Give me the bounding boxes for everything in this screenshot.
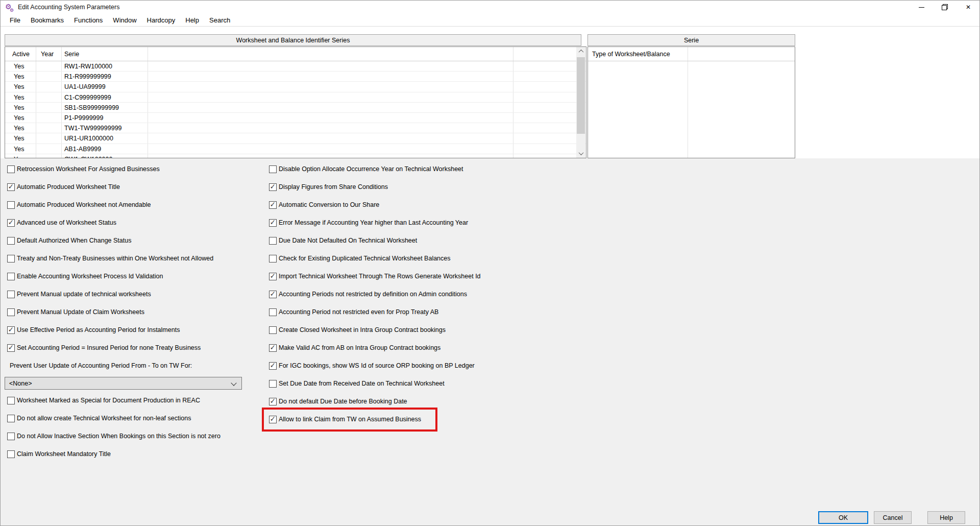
scroll-down-button[interactable] (576, 149, 585, 158)
checkbox-create-closed-worksheet-igc[interactable]: Create Closed Worksheet in Intra Group C… (269, 325, 446, 334)
checkbox-box[interactable] (269, 362, 277, 370)
column-header-active[interactable]: Active (12, 51, 30, 58)
checkbox-box[interactable] (269, 344, 277, 352)
checkbox-box[interactable] (7, 201, 15, 209)
checkbox-box[interactable] (269, 398, 277, 405)
column-header-serie[interactable]: Serie (64, 51, 79, 58)
checkbox-box[interactable] (269, 237, 277, 245)
checkbox-box[interactable] (7, 433, 15, 440)
table-row[interactable]: YesUA1-UA99999 (5, 82, 586, 92)
table-header-row: Type of Worksheet/Balance (588, 47, 795, 61)
menu-search[interactable]: Search (204, 15, 235, 26)
column-header-type-of-worksheet[interactable]: Type of Worksheet/Balance (592, 51, 670, 58)
table-row[interactable]: YesC1-C999999999 (5, 92, 586, 103)
dialog-body-background (1, 158, 979, 526)
cancel-button[interactable]: Cancel (874, 511, 912, 524)
checkbox-prevent-update-technical[interactable]: Prevent Manual update of technical works… (7, 290, 151, 299)
checkbox-error-message-accounting-year[interactable]: Error Message if Accounting Year higher … (269, 218, 468, 227)
table-row[interactable]: YesTW1-TW999999999 (5, 123, 586, 133)
checkbox-not-amendable[interactable]: Automatic Produced Worksheet not Amendab… (7, 200, 151, 209)
title-bar: ⚙⚙ Edit Accounting System Parameters ✕ (1, 1, 979, 14)
checkbox-box[interactable] (7, 308, 15, 316)
checkbox-box[interactable] (7, 344, 15, 352)
checkbox-igc-show-ws-id[interactable]: For IGC bookings, show WS Id of source O… (269, 361, 475, 370)
checkbox-advanced-worksheet-status[interactable]: Advanced use of Worksheet Status (7, 218, 116, 227)
checkbox-box[interactable] (7, 165, 15, 173)
checkbox-box[interactable] (269, 326, 277, 334)
minimize-button[interactable] (910, 1, 933, 14)
checkbox-disable-allocate-occurrence[interactable]: Disable Option Allocate Occurrence Year … (269, 164, 463, 174)
table-row[interactable]: YesRW1-RW100000 (5, 61, 586, 71)
checkbox-box[interactable] (7, 255, 15, 262)
column-header-year[interactable]: Year (41, 51, 54, 58)
checkbox-no-default-due-before-booking[interactable]: Do not default Due Date before Booking D… (269, 397, 407, 406)
checkbox-set-accounting-period[interactable]: Set Accounting Period = Insured Period f… (7, 343, 201, 352)
checkbox-special-document-reac[interactable]: Worksheet Marked as Special for Document… (7, 396, 200, 405)
checkbox-prevent-update-claim[interactable]: Prevent Manual Update of Claim Worksheet… (7, 307, 144, 317)
checkbox-box[interactable] (269, 165, 277, 173)
checkbox-box[interactable] (269, 308, 277, 316)
checkbox-box[interactable] (7, 219, 15, 227)
scroll-up-button[interactable] (576, 47, 585, 56)
cell-active: Yes (14, 135, 24, 142)
menu-functions[interactable]: Functions (69, 15, 108, 26)
checkbox-due-date-from-received[interactable]: Set Due Date from Received Date on Techn… (269, 379, 445, 388)
checkbox-make-valid-ac-from-ab[interactable]: Make Valid AC from AB on Intra Group Con… (269, 343, 440, 352)
checkbox-automatic-produced-title[interactable]: Automatic Produced Worksheet Title (7, 182, 120, 192)
checkbox-periods-not-restricted-admin[interactable]: Accounting Periods not restricted by def… (269, 290, 467, 299)
checkbox-box[interactable] (269, 416, 277, 423)
table-row[interactable]: YesAB1-AB9999 (5, 144, 586, 154)
checkbox-allow-link-claim-tw[interactable]: Allow to link Claim from TW on Assumed B… (269, 415, 421, 424)
scrollbar-thumb[interactable] (577, 57, 585, 134)
menu-help[interactable]: Help (180, 15, 204, 26)
checkbox-box[interactable] (7, 237, 15, 245)
checkbox-box[interactable] (269, 219, 277, 227)
restore-button[interactable] (933, 1, 957, 14)
checkbox-box[interactable] (7, 450, 15, 458)
checkbox-default-authorized[interactable]: Default Authorized When Change Status (7, 236, 131, 245)
checkbox-period-not-restricted-prop-treaty[interactable]: Accounting Period not restricted even fo… (269, 307, 438, 317)
checkbox-box[interactable] (7, 415, 15, 422)
checkbox-box[interactable] (269, 273, 277, 280)
checkbox-box[interactable] (269, 255, 277, 262)
checkbox-box[interactable] (269, 380, 277, 388)
checkbox-box[interactable] (269, 201, 277, 209)
checkbox-check-duplicated-balances[interactable]: Check for Existing Duplicated Technical … (269, 254, 451, 263)
checkbox-due-date-not-defaulted[interactable]: Due Date Not Defaulted On Technical Work… (269, 236, 417, 245)
checkbox-inactive-section-bookings[interactable]: Do not Allow Inactive Section When Booki… (7, 432, 220, 441)
window-title: Edit Accounting System Parameters (18, 4, 119, 11)
checkbox-process-id-validation[interactable]: Enable Accounting Worksheet Process Id V… (7, 272, 163, 281)
checkbox-box[interactable] (7, 397, 15, 404)
close-button[interactable]: ✕ (957, 1, 980, 14)
checkbox-non-leaf-sections[interactable]: Do not allow create Technical Worksheet … (7, 414, 191, 423)
checkbox-box[interactable] (7, 326, 15, 334)
period-filter-dropdown[interactable]: <None> (5, 377, 242, 390)
menu-file[interactable]: File (5, 15, 26, 26)
table-row[interactable]: YesR1-R999999999 (5, 71, 586, 82)
table-row[interactable]: YesSB1-SB999999999 (5, 103, 586, 113)
table-row[interactable]: YesUR1-UR1000000 (5, 133, 586, 144)
checkbox-retrocession-worksheet[interactable]: Retrocession Worksheet For Assigned Busi… (7, 164, 160, 174)
checkbox-treaty-non-treaty[interactable]: Treaty and Non-Treaty Businesses within … (7, 254, 213, 263)
ok-button[interactable]: OK (818, 511, 868, 524)
help-button[interactable]: Help (927, 511, 965, 524)
cell-active: Yes (14, 94, 24, 101)
checkbox-import-tw-rows-generate-id[interactable]: Import Technical Worksheet Through The R… (269, 272, 481, 281)
table-row[interactable]: YesCW1-CW100000 (5, 154, 586, 158)
menu-hardcopy[interactable]: Hardcopy (142, 15, 181, 26)
checkbox-automatic-conversion[interactable]: Automatic Conversion to Our Share (269, 200, 379, 209)
checkbox-box[interactable] (7, 183, 15, 191)
checkbox-display-figures-share[interactable]: Display Figures from Share Conditions (269, 182, 388, 192)
checkbox-claim-mandatory-title[interactable]: Claim Worksheet Mandatory Title (7, 449, 111, 459)
table-row[interactable]: YesP1-P9999999 (5, 113, 586, 123)
checkbox-box[interactable] (269, 183, 277, 191)
vertical-scrollbar[interactable] (576, 47, 585, 158)
cell-active: Yes (14, 146, 24, 153)
checkbox-effective-period-instalments[interactable]: Use Effective Period as Accounting Perio… (7, 325, 180, 334)
menu-bookmarks[interactable]: Bookmarks (26, 15, 69, 26)
menu-window[interactable]: Window (108, 15, 141, 26)
checkbox-box[interactable] (7, 291, 15, 298)
checkbox-box[interactable] (7, 273, 15, 280)
checkbox-box[interactable] (269, 291, 277, 298)
cell-serie: RW1-RW100000 (64, 63, 112, 70)
